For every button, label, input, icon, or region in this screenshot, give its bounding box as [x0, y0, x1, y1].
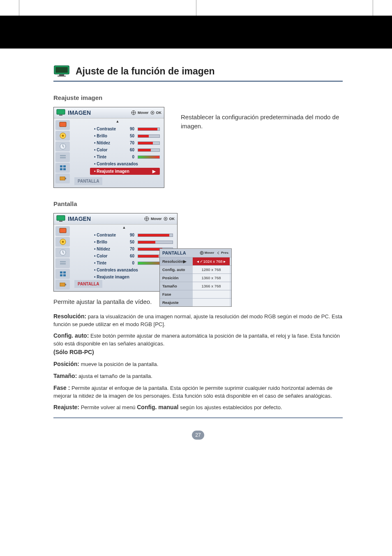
osd-item-tinte[interactable]: • Tinte0 [94, 154, 160, 160]
svg-rect-17 [60, 168, 62, 170]
pantalla-heading: Pantalla [53, 200, 343, 207]
osd-header: IMAGEN Mover OK [54, 213, 177, 225]
svg-rect-34 [60, 274, 62, 276]
svg-rect-30 [60, 261, 66, 262]
svg-rect-33 [63, 271, 66, 273]
svg-rect-19 [60, 177, 65, 180]
sidebar-icon-tile[interactable] [55, 163, 70, 173]
osd-title: IMAGEN [68, 215, 144, 222]
svg-point-25 [165, 218, 166, 220]
osd-item-brillo[interactable]: • Brillo50 [94, 239, 173, 245]
svg-rect-37 [65, 284, 66, 285]
section-pantalla: Pantalla IMAGEN Mover OK [53, 200, 343, 418]
hint-prev-label: Prev. [221, 251, 229, 255]
osd-header: IMAGEN Mover OK [54, 107, 164, 118]
svg-rect-1 [55, 67, 68, 73]
svg-point-8 [152, 112, 153, 114]
osd-sidebar [54, 225, 71, 291]
svg-rect-4 [57, 109, 65, 114]
osd-item-reajuste-highlight[interactable]: • Reajuste imagen▶ [90, 168, 160, 175]
svg-rect-21 [57, 215, 65, 220]
monitor-icon [56, 215, 65, 222]
svg-rect-32 [60, 271, 62, 273]
def-posicion: Posición: mueve la posición de la pantal… [53, 360, 343, 368]
osd-hint: Mover OK [131, 110, 161, 115]
svg-rect-35 [63, 274, 66, 276]
scroll-up-arrow[interactable]: ▲ [74, 119, 161, 126]
def-tamano: Tamaño: ajusta el tamaño de la pantalla. [53, 372, 343, 380]
osd-hint-ok: OK [169, 217, 175, 221]
ok-icon [150, 111, 154, 115]
svg-rect-3 [58, 76, 66, 76]
section-reajuste: Reajuste imagen IMAGEN Mover OK [53, 94, 343, 188]
def-fase: Fase : Permite ajustar el enfoque de la … [53, 384, 343, 400]
monitor-icon [56, 109, 65, 116]
move-icon [200, 251, 204, 255]
svg-rect-2 [59, 74, 64, 76]
osd-hint-ok: OK [156, 111, 162, 115]
svg-rect-5 [59, 115, 62, 116]
move-icon [131, 110, 136, 115]
section-divider [53, 417, 343, 418]
hint-move-label: Mover [205, 251, 214, 255]
svg-rect-16 [63, 165, 66, 167]
osd-item-brillo[interactable]: • Brillo50 [94, 133, 160, 139]
section-title-row: Ajuste de la función de imagen [53, 65, 343, 82]
sidebar-icon-audio[interactable] [55, 131, 70, 141]
osd-menu-pantalla: IMAGEN Mover OK [53, 213, 178, 292]
osd-item-contraste[interactable]: • Contraste90 [94, 232, 173, 238]
osd-hint: Mover OK [144, 216, 175, 221]
pantalla-submenu: PANTALLA Mover Prev. Resolución▶◂ ✓1024 … [159, 248, 232, 307]
submenu-row-reajuste[interactable]: Reajuste [160, 298, 231, 306]
back-icon [216, 251, 220, 255]
sidebar-icon-option[interactable] [55, 152, 70, 162]
page-crop-top [19, 0, 373, 16]
svg-rect-9 [60, 122, 66, 127]
osd-item-contraste[interactable]: • Contraste90 [94, 126, 160, 132]
sidebar-icon-picture[interactable] [55, 120, 70, 130]
def-config-auto: Config. auto: Este botón permite ajustar… [53, 331, 343, 357]
osd-item-nitidez[interactable]: • Nitidez70 [94, 140, 160, 146]
svg-point-11 [62, 135, 64, 137]
svg-point-28 [62, 241, 64, 243]
def-resolucion: Resolución: para la visualización de una… [53, 312, 343, 329]
sidebar-icon-picture[interactable] [55, 226, 70, 236]
submenu-row-config-auto[interactable]: Config. auto1280 x 768 [160, 265, 231, 273]
sidebar-icon-option[interactable] [55, 258, 70, 268]
reajuste-description: Restablecer la configuración predetermin… [181, 107, 343, 131]
sidebar-icon-audio[interactable] [55, 237, 70, 247]
monitor-icon [53, 65, 70, 77]
move-icon [144, 216, 149, 221]
osd-bottom-tab-pantalla[interactable]: PANTALLA [74, 177, 102, 185]
svg-rect-36 [60, 283, 65, 286]
reajuste-heading: Reajuste imagen [53, 94, 343, 101]
sidebar-icon-tile[interactable] [55, 269, 70, 279]
sidebar-icon-usb[interactable] [55, 174, 70, 183]
header-black-bar [0, 16, 392, 49]
osd-menu-reajuste: IMAGEN Mover OK [53, 107, 164, 188]
chevron-right-icon: ▶ [152, 169, 156, 174]
page-title: Ajuste de la función de imagen [76, 66, 215, 77]
osd-hint-move: Mover [151, 217, 162, 221]
ok-icon [164, 217, 168, 221]
osd-item-controles[interactable]: • Controles avanzados [94, 161, 160, 167]
sidebar-icon-time[interactable] [55, 248, 70, 257]
scroll-up-arrow[interactable]: ▲ [74, 225, 175, 232]
osd-item-color[interactable]: • Color60 [94, 147, 160, 153]
submenu-row-tamano[interactable]: Tamaño1366 x 768 [160, 282, 231, 290]
pantalla-submenu-header: PANTALLA Mover Prev. [160, 249, 231, 257]
sidebar-icon-time[interactable] [55, 141, 70, 151]
svg-rect-31 [60, 263, 66, 264]
submenu-row-resolucion[interactable]: Resolución▶◂ ✓1024 x 768 ▸ [160, 257, 231, 265]
svg-rect-26 [60, 228, 66, 233]
submenu-row-fase[interactable]: Fase [160, 290, 231, 298]
submenu-row-posicion[interactable]: Posición1360 x 768 [160, 273, 231, 282]
svg-rect-13 [60, 155, 66, 156]
def-reajuste: Reajuste: Permite volver al menú Config.… [53, 403, 343, 412]
osd-bottom-tab-pantalla-selected[interactable]: PANTALLA [74, 280, 102, 288]
svg-rect-18 [63, 168, 66, 170]
sidebar-icon-usb[interactable] [55, 280, 70, 290]
svg-rect-20 [65, 178, 66, 179]
osd-reajuste-label: • Reajuste imagen [94, 169, 129, 174]
pantalla-submenu-title: PANTALLA [162, 250, 186, 255]
